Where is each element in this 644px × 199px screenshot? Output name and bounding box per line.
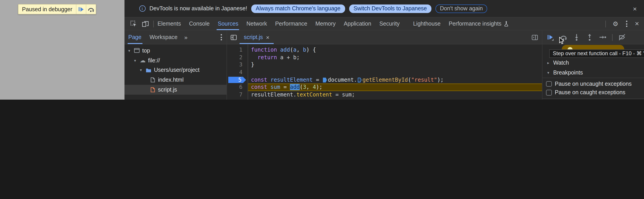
code-token: = xyxy=(280,84,290,90)
navigator-pane: Page Workspace top xyxy=(124,30,227,100)
section-label: Breakpoints xyxy=(553,70,583,76)
code-line[interactable]: return a + b; xyxy=(248,54,542,61)
always-match-language-button[interactable]: Always match Chrome's language xyxy=(251,4,345,13)
code-token: getElementById xyxy=(362,77,408,83)
more-options-kebab-icon[interactable] xyxy=(625,21,628,27)
section-watch[interactable]: Watch xyxy=(542,58,644,68)
file-icon xyxy=(150,77,156,83)
infobar-message: DevTools is now available in Japanese! xyxy=(150,5,247,12)
checkbox-label: Pause on uncaught exceptions xyxy=(555,81,632,87)
code-line[interactable]: resultElement.textContent = sum; xyxy=(248,91,542,98)
gutter-line-number[interactable]: 4 xyxy=(227,69,248,76)
collapse-right-panel-icon[interactable] xyxy=(532,34,538,40)
expander-icon[interactable] xyxy=(127,48,132,53)
tree-item-file-protocol[interactable]: file:// xyxy=(124,56,226,65)
step-out-icon[interactable] xyxy=(586,34,593,41)
navigator-kebab-icon[interactable] xyxy=(220,34,223,40)
gutter-line-number[interactable]: 6 xyxy=(227,84,248,91)
tab-security[interactable]: Security xyxy=(375,17,404,30)
pause-uncaught-checkbox[interactable] xyxy=(546,81,552,87)
frame-icon xyxy=(134,48,140,53)
close-tab-icon[interactable] xyxy=(266,34,270,41)
tab-elements[interactable]: Elements xyxy=(154,17,185,30)
inline-breakpoint-marker-outline[interactable] xyxy=(358,78,362,83)
code-token: } xyxy=(251,62,254,68)
code-token: add xyxy=(280,47,290,53)
tab-sources[interactable]: Sources xyxy=(214,17,242,30)
step-icon[interactable] xyxy=(599,34,606,41)
tab-console[interactable]: Console xyxy=(185,17,214,30)
navigator-tab-page[interactable]: Page xyxy=(124,30,146,44)
code-line[interactable]: } xyxy=(248,61,542,69)
gutter-line-number[interactable]: 5 xyxy=(227,76,248,84)
more-tabs-icon[interactable] xyxy=(182,34,190,41)
tab-memory[interactable]: Memory xyxy=(312,17,340,30)
devtools-toolbar: Elements Console Sources Network Perform… xyxy=(124,17,644,30)
code-token: ); xyxy=(316,84,322,90)
pause-uncaught-row[interactable]: Pause on uncaught exceptions xyxy=(542,79,644,88)
breakpoint-flag[interactable]: 5 xyxy=(228,77,246,83)
code-token: , xyxy=(296,47,303,53)
breakpoint-group-script-js[interactable]: <> script.js xyxy=(542,99,644,100)
code-token: document. xyxy=(328,77,357,83)
device-toolbar-icon[interactable] xyxy=(142,21,148,27)
code-token: ); xyxy=(437,77,444,83)
gutter-line-number[interactable]: 7 xyxy=(227,91,248,98)
code-editor: 1234567 function add(a, b) { return a + … xyxy=(227,44,542,100)
step-over-tooltip: Step over next function call - F10 - ⌘ ' xyxy=(549,49,644,58)
tab-lighthouse[interactable]: Lighthouse xyxy=(409,17,444,30)
tree-item-top[interactable]: top xyxy=(124,46,226,56)
dont-show-again-button[interactable]: Don't show again xyxy=(436,4,488,13)
step-into-icon[interactable] xyxy=(573,34,580,41)
code-line[interactable]: function add(a, b) { xyxy=(248,46,542,54)
tree-item-project-folder[interactable]: Users/user/project xyxy=(124,65,226,75)
tree-item-label: top xyxy=(142,47,150,54)
code-token xyxy=(267,77,270,83)
code-token: b xyxy=(303,47,306,53)
resume-script-button[interactable] xyxy=(76,4,86,14)
tree-item-label: Users/user/project xyxy=(154,67,200,73)
gutter-line-number[interactable]: 2 xyxy=(227,54,248,61)
code-line[interactable] xyxy=(248,69,542,76)
code-token xyxy=(267,84,270,90)
code-token: textContent xyxy=(296,92,332,98)
expander-icon[interactable] xyxy=(139,68,143,72)
collapse-left-panel-icon[interactable] xyxy=(230,34,236,40)
inspect-element-icon[interactable] xyxy=(130,21,136,27)
tab-application[interactable]: Application xyxy=(340,17,375,30)
paused-in-debugger-banner: Paused in debugger xyxy=(18,4,96,14)
gutter-line-number[interactable]: 3 xyxy=(227,61,248,69)
tab-performance[interactable]: Performance xyxy=(271,17,311,30)
pause-caught-checkbox[interactable] xyxy=(546,90,552,95)
infobar-close-icon[interactable] xyxy=(631,5,638,12)
step-over-overlay-button[interactable] xyxy=(86,4,96,14)
tree-item-index-html[interactable]: index.html xyxy=(124,75,226,85)
code-token: a xyxy=(293,47,296,53)
code-line[interactable]: const resultElement = document.getElemen… xyxy=(248,76,542,84)
paused-banner-label: Paused in debugger xyxy=(18,4,76,14)
navigator-tabbar: Page Workspace xyxy=(124,30,226,44)
execution-line[interactable]: const sum = add(3, 4); xyxy=(248,84,542,91)
resume-icon xyxy=(79,7,83,11)
checkbox-label: Pause on caught exceptions xyxy=(555,90,625,96)
pause-caught-row[interactable]: Pause on caught exceptions xyxy=(542,88,644,97)
editor-tab-script-js[interactable]: script.js xyxy=(239,30,274,44)
resume-script-icon[interactable] xyxy=(546,34,554,41)
devtools-close-icon[interactable] xyxy=(635,20,639,27)
tab-performance-insights[interactable]: Performance insights xyxy=(445,17,513,30)
tree-item-script-js[interactable]: script.js xyxy=(124,85,226,95)
tab-network[interactable]: Network xyxy=(242,17,271,30)
code-token: = xyxy=(313,77,322,83)
gutter-line-number[interactable]: 1 xyxy=(227,46,248,54)
devtools-screenshot: Paused in debugger i DevTools is now ava… xyxy=(0,0,644,100)
deactivate-breakpoints-icon[interactable] xyxy=(618,34,626,41)
section-breakpoints[interactable]: Breakpoints xyxy=(542,68,644,78)
expander-icon[interactable] xyxy=(133,58,137,63)
switch-devtools-japanese-button[interactable]: Switch DevTools to Japanese xyxy=(349,4,432,13)
code-token: const xyxy=(251,84,267,90)
navigator-tab-workspace[interactable]: Workspace xyxy=(146,30,182,44)
inline-breakpoint-marker-filled[interactable] xyxy=(323,78,327,83)
settings-gear-icon[interactable] xyxy=(612,21,618,27)
section-label: Watch xyxy=(553,60,569,66)
editor-tab-label: script.js xyxy=(244,34,263,40)
